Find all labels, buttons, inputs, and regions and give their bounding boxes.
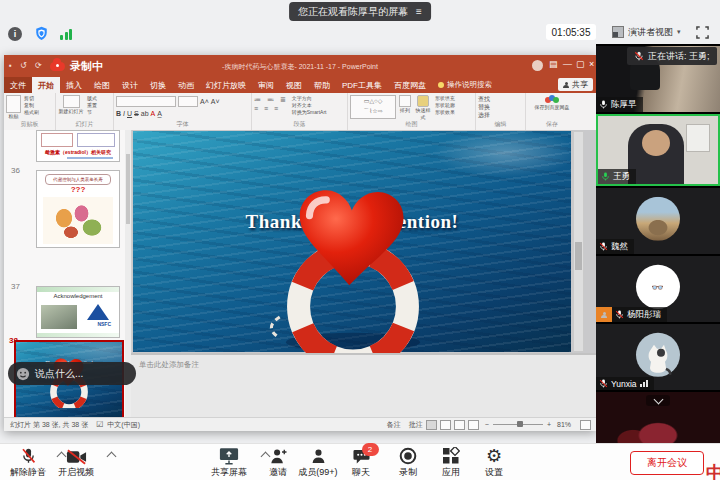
collapse-strip-button[interactable] [646, 395, 670, 406]
group-photo [41, 305, 77, 329]
ppt-statusbar: 幻灯片 第 38 张, 共 38 张 ☑ 中文(中国) 备注 批注 − + 81… [4, 417, 596, 431]
find-button[interactable]: 查找 [478, 95, 523, 103]
account-avatar[interactable] [532, 60, 543, 71]
zoom-level[interactable]: 81% [557, 421, 571, 428]
font-size-box[interactable] [178, 96, 198, 107]
strikethrough-button[interactable]: S [134, 110, 139, 117]
new-slide-icon[interactable] [63, 95, 80, 108]
tab-slideshow[interactable]: 幻灯片放映 [200, 77, 252, 93]
comments-toggle[interactable]: 批注 [409, 420, 423, 430]
ribbon-group-slides: 新建幻灯片 版式 重置 节 幻灯片 [56, 93, 114, 130]
minimize-button[interactable]: — [563, 59, 572, 69]
thumbnail-slide-36[interactable]: 代谢控制与人类衰老长寿 ??? [36, 170, 120, 248]
banner-menu-icon[interactable]: ≡ [416, 6, 422, 17]
tab-review[interactable]: 审阅 [252, 77, 280, 93]
tab-transitions[interactable]: 切换 [144, 77, 172, 93]
close-button[interactable]: × [589, 59, 594, 69]
character-spacing-icon[interactable]: ab [141, 110, 149, 117]
spellcheck-icon[interactable]: ☑ [96, 420, 103, 429]
ribbon-group-save: 保存到百度网盘 保存 [526, 93, 578, 130]
restore-button[interactable]: ▢ [576, 59, 585, 69]
tab-file[interactable]: 文件 [4, 77, 32, 93]
scrollbar-thumb[interactable] [575, 242, 582, 270]
zoom-in-button[interactable]: + [547, 421, 551, 428]
thumbnail-slide-37[interactable]: Acknowledgement NSFC [36, 286, 120, 338]
zoom-slider[interactable] [493, 424, 543, 425]
tab-home[interactable]: 开始 [32, 77, 60, 93]
shrink-font-icon[interactable]: A˅ [211, 98, 220, 105]
tab-insert[interactable]: 插入 [60, 77, 88, 93]
shapes-gallery[interactable]: ▭△○◇⌒⌇☆⇨ [350, 95, 396, 119]
ribbon-group-font: A˄ A˅ B I U S ab A A̲ 字体 [114, 93, 252, 130]
view-mode-button[interactable]: 演讲者视图 ▾ [612, 24, 681, 40]
italic-button[interactable]: I [123, 110, 125, 117]
save-to-netdisk-button[interactable]: 保存到百度网盘 [534, 104, 570, 111]
video-tile-yangyang[interactable]: 👓 杨阳彤瑞 [596, 256, 720, 322]
video-tile-weiran[interactable]: 魏然 [596, 188, 720, 254]
slideshow-button[interactable] [468, 420, 479, 430]
tab-design[interactable]: 设计 [116, 77, 144, 93]
meeting-toolbar: 解除静音 开启视频 共享屏幕 邀请 成员(99+) [0, 443, 720, 480]
mic-muted-icon [599, 242, 608, 251]
fit-slide-button[interactable] [580, 420, 591, 430]
paste-icon[interactable] [6, 95, 21, 113]
meeting-timer: 01:05:35 [546, 24, 596, 40]
tell-me-search[interactable]: 操作说明搜索 [432, 77, 498, 93]
replace-button[interactable]: 替换 [478, 103, 523, 111]
document-title: -疾病时代药与心脏衰老- 2021-11 -17 - PowerPoint [4, 62, 596, 72]
invite-icon [269, 447, 287, 465]
video-tile-partial[interactable] [596, 392, 720, 443]
video-options-chevron[interactable] [107, 452, 117, 462]
baidu-netdisk-icon [545, 95, 559, 104]
share-button[interactable]: 共享 [558, 78, 593, 91]
tab-baidu-netdisk[interactable]: 百度网盘 [388, 77, 432, 93]
fullscreen-button[interactable] [696, 25, 709, 43]
notes-pane[interactable]: 单击此处添加备注 [131, 353, 596, 417]
person-icon [563, 82, 569, 88]
say-something-bubble[interactable]: 说点什么... [8, 362, 136, 385]
settings-button[interactable]: ⚙ 设置 [466, 447, 522, 479]
gear-icon: ⚙ [486, 447, 502, 465]
zoom-out-button[interactable]: − [485, 421, 489, 428]
tab-animations[interactable]: 动画 [172, 77, 200, 93]
bold-button[interactable]: B [116, 110, 121, 117]
arrange-icon[interactable] [399, 95, 411, 107]
share-screen-icon [219, 447, 239, 465]
start-video-button[interactable]: 开启视频 [48, 447, 104, 479]
tab-draw[interactable]: 绘图 [88, 77, 116, 93]
ribbon-options-icon[interactable]: ▤ [549, 59, 558, 69]
quick-styles-icon[interactable] [417, 95, 429, 107]
select-button[interactable]: 选择 [478, 111, 523, 119]
mic-muted-icon [599, 379, 608, 388]
list-buttons[interactable]: ≔ ≕ ≣ [254, 95, 288, 104]
normal-view-button[interactable] [426, 420, 437, 430]
font-color-button[interactable]: A [151, 110, 156, 117]
notes-toggle[interactable]: 备注 [387, 420, 401, 430]
tab-pdf-tools[interactable]: PDF工具集 [336, 77, 388, 93]
encryption-shield-icon[interactable] [34, 26, 49, 45]
align-buttons[interactable]: ≡ ≡ ≡ [254, 104, 288, 113]
mic-on-icon [599, 100, 608, 109]
speaker-view-icon [612, 26, 624, 38]
tab-help[interactable]: 帮助 [308, 77, 336, 93]
slide-sorter-button[interactable] [440, 420, 451, 430]
font-name-box[interactable] [116, 96, 176, 107]
language-indicator[interactable]: 中文(中国) [107, 420, 140, 430]
grow-font-icon[interactable]: A˄ [200, 98, 209, 105]
video-tile-yunxia[interactable]: Yunxia [596, 324, 720, 390]
share-screen-button[interactable]: 共享屏幕 [200, 447, 258, 479]
slide-scrollbar[interactable] [573, 131, 584, 352]
slide-number: 37 [11, 282, 20, 291]
underline-button[interactable]: U [127, 110, 132, 117]
slide-canvas[interactable]: Thank you for attention! [133, 131, 571, 352]
participants-icon [310, 447, 327, 465]
record-icon [399, 447, 417, 465]
chevron-down-icon: ▾ [677, 28, 681, 36]
reading-view-button[interactable] [454, 420, 465, 430]
leave-meeting-button[interactable]: 离开会议 [630, 451, 704, 475]
meeting-info-icon[interactable]: i [8, 27, 22, 41]
clear-format-icon[interactable]: A̲ [157, 110, 162, 117]
video-tile-wangyong[interactable]: 王勇 [596, 114, 720, 186]
thumbnail-slide-35[interactable]: 雌激素（estradiol）相关研究 [36, 130, 120, 162]
tab-view[interactable]: 视图 [280, 77, 308, 93]
